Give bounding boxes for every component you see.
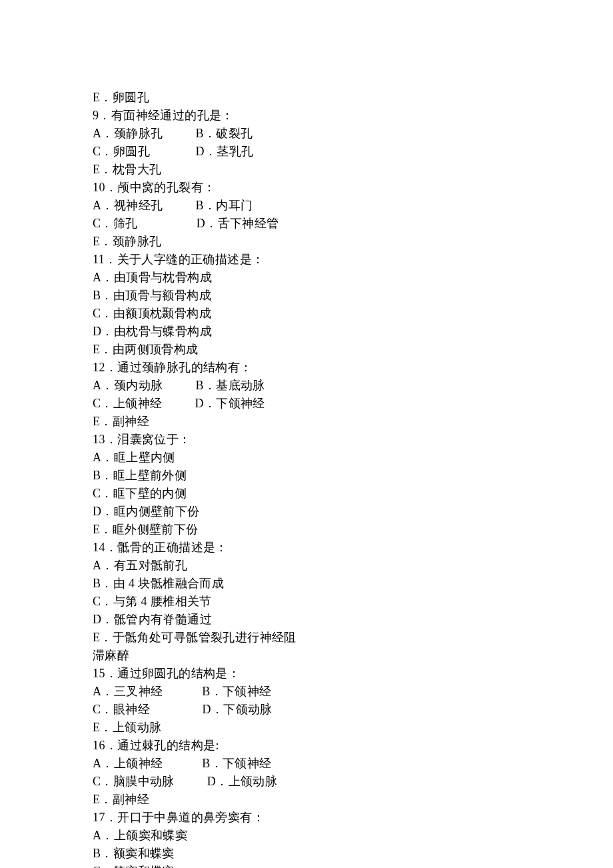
text-line: C．脑膜中动脉 D．上颌动脉 (93, 773, 613, 791)
text-line: E．副神经 (93, 413, 613, 431)
text-line: E．眶外侧壁前下份 (93, 521, 613, 539)
text-line: D．骶管内有脊髓通过 (93, 611, 613, 629)
text-line: C．筛窦和蝶窦 (93, 863, 613, 868)
text-line: 12．通过颈静脉孔的结构有： (93, 359, 613, 377)
text-line: 15．通过卵圆孔的结构是： (93, 665, 613, 683)
text-line: C．筛孔 D．舌下神经管 (93, 215, 613, 233)
text-line: A．颈内动脉 B．基底动脉 (93, 377, 613, 395)
text-line: 滞麻醉 (93, 647, 613, 665)
text-line: 10．颅中窝的孔裂有： (93, 179, 613, 197)
text-line: C．与第 4 腰椎相关节 (93, 593, 613, 611)
text-line: A．视神经孔 B．内耳门 (93, 197, 613, 215)
text-line: A．眶上壁内侧 (93, 449, 613, 467)
text-line: 11．关于人字缝的正确描述是： (93, 251, 613, 269)
text-line: E．于骶角处可寻骶管裂孔进行神经阻 (93, 629, 613, 647)
text-line: 13．泪囊窝位于： (93, 431, 613, 449)
text-line: E．卵圆孔 (93, 89, 613, 107)
text-line: B．由顶骨与额骨构成 (93, 287, 613, 305)
text-line: A．由顶骨与枕骨构成 (93, 269, 613, 287)
text-line: 14．骶骨的正确描述是： (93, 539, 613, 557)
text-line: C．眼神经 D．下颌动脉 (93, 701, 613, 719)
text-line: A．颈静脉孔 B．破裂孔 (93, 125, 613, 143)
text-line: E．上颌动脉 (93, 719, 613, 737)
text-line: A．三叉神经 B．下颌神经 (93, 683, 613, 701)
text-line: B．额窦和蝶窦 (93, 845, 613, 863)
text-line: 9．有面神经通过的孔是： (93, 107, 613, 125)
text-line: C．卵圆孔 D．茎乳孔 (93, 143, 613, 161)
text-line: B．眶上壁前外侧 (93, 467, 613, 485)
text-line: C．由额顶枕颞骨构成 (93, 305, 613, 323)
document-page: E．卵圆孔9．有面神经通过的孔是：A．颈静脉孔 B．破裂孔C．卵圆孔 D．茎乳孔… (0, 0, 613, 868)
text-line: A．上颌窦和蝶窦 (93, 827, 613, 845)
text-line: D．眶内侧壁前下份 (93, 503, 613, 521)
text-line: C．眶下壁的内侧 (93, 485, 613, 503)
text-line: E．枕骨大孔 (93, 161, 613, 179)
text-line: B．由 4 块骶椎融合而成 (93, 575, 613, 593)
text-line: E．副神经 (93, 791, 613, 809)
text-line: E．由两侧顶骨构成 (93, 341, 613, 359)
text-line: A．有五对骶前孔 (93, 557, 613, 575)
text-line: D．由枕骨与蝶骨构成 (93, 323, 613, 341)
text-line: C．上颌神经 D．下颌神经 (93, 395, 613, 413)
text-line: E．颈静脉孔 (93, 233, 613, 251)
text-line: 16．通过棘孔的结构是: (93, 737, 613, 755)
text-line: A．上颌神经 B．下颌神经 (93, 755, 613, 773)
text-line: 17．开口于中鼻道的鼻旁窦有： (93, 809, 613, 827)
